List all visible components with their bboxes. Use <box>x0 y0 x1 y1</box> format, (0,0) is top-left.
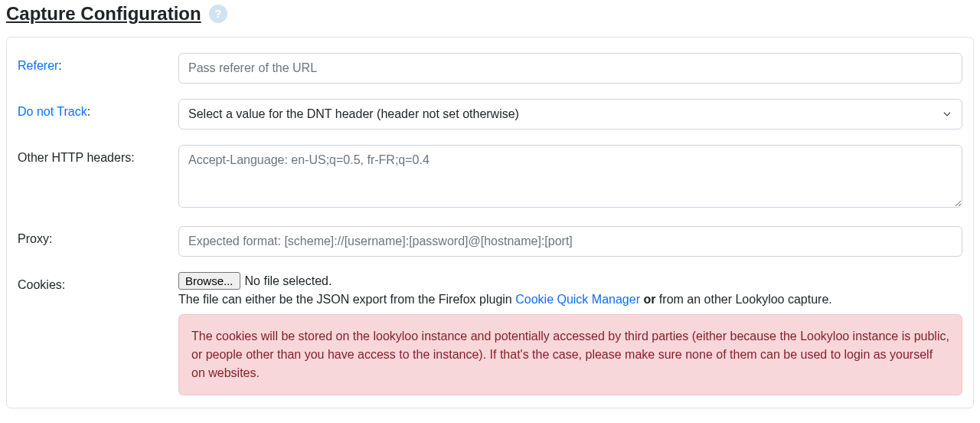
config-panel: Referer: Do not Track: Select a value fo… <box>6 37 974 408</box>
help-icon[interactable]: ? <box>209 5 227 23</box>
row-referer: Referer: <box>18 53 962 84</box>
dnt-link[interactable]: Do not Track <box>18 105 87 118</box>
page-header: Capture Configuration ? <box>6 3 974 25</box>
other-headers-input[interactable] <box>178 145 962 208</box>
label-cookies: Cookies: <box>18 272 178 292</box>
help-or: or <box>643 293 655 306</box>
cookies-warning: The cookies will be stored on the lookyl… <box>178 314 962 395</box>
cookies-help-text: The file can either be the JSON export f… <box>178 293 962 307</box>
label-referer: Referer: <box>18 53 178 73</box>
row-other-headers: Other HTTP headers: <box>18 145 962 211</box>
label-other-headers: Other HTTP headers: <box>18 145 178 165</box>
help-suffix: from an other Lookyloo capture. <box>655 293 831 306</box>
label-dnt: Do not Track: <box>18 99 178 119</box>
row-dnt: Do not Track: Select a value for the DNT… <box>18 99 962 130</box>
cookie-quick-manager-link[interactable]: Cookie Quick Manager <box>515 293 640 306</box>
help-prefix: The file can either be the JSON export f… <box>178 293 515 306</box>
row-proxy: Proxy: <box>18 226 962 257</box>
row-cookies: Cookies: Browse... No file selected. The… <box>18 272 962 395</box>
label-proxy: Proxy: <box>18 226 178 246</box>
referer-input[interactable] <box>178 53 962 84</box>
referer-link[interactable]: Referer <box>18 59 58 72</box>
page-title: Capture Configuration <box>6 3 201 25</box>
browse-button[interactable]: Browse... <box>178 272 240 290</box>
proxy-input[interactable] <box>178 226 962 257</box>
file-status: No file selected. <box>245 274 332 288</box>
dnt-select[interactable]: Select a value for the DNT header (heade… <box>178 99 962 130</box>
